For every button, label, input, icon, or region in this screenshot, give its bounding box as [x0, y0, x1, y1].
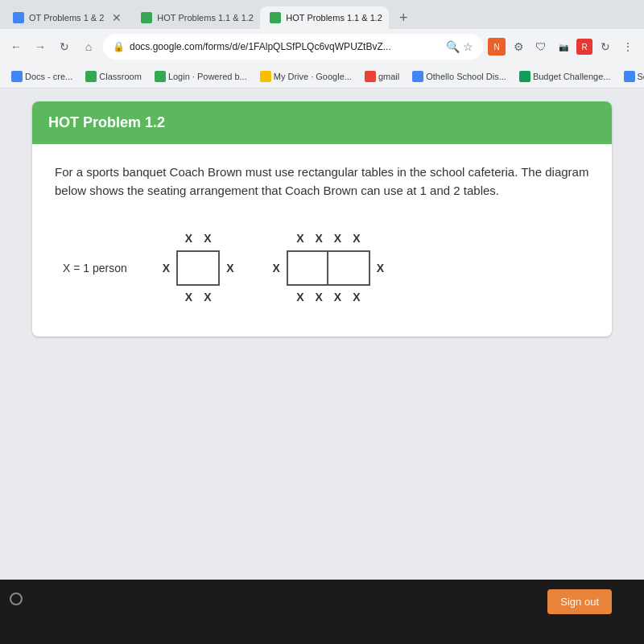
tables-container: X X X X X X	[159, 227, 387, 309]
bookmark-docs-label: Docs - cre...	[25, 72, 72, 81]
form-header: HOT Problem 1.2	[32, 101, 612, 144]
diagram-area: X = 1 person X X X X	[55, 219, 589, 317]
table-2-mid-row: X X	[269, 250, 387, 286]
form-body: For a sports banquet Coach Brown must us…	[32, 144, 612, 336]
table-1-bottom-x-1: X	[185, 289, 192, 306]
tab-1-close[interactable]: ✕	[112, 11, 122, 24]
sign-out-button[interactable]: Sign out	[547, 589, 612, 614]
bookmark-gmail-icon	[365, 71, 376, 82]
table-1-mid-row: X X	[159, 250, 237, 286]
forward-button[interactable]: →	[31, 37, 50, 56]
tab-bar: OT Problems 1 & 2 ✕ HOT Problems 1.1 & 1…	[0, 0, 644, 29]
bookmark-othello[interactable]: Othello School Dis...	[407, 68, 511, 85]
table-2-cell-2	[328, 252, 369, 284]
bottom-area: Sign out	[0, 580, 644, 644]
browser-chrome: OT Problems 1 & 2 ✕ HOT Problems 1.1 & 1…	[0, 0, 644, 89]
bookmark-othello-icon	[412, 71, 423, 82]
url-actions: 🔍 ☆	[446, 40, 473, 53]
bookmark-gmail-label: gmail	[378, 72, 399, 81]
reload-button[interactable]: ↻	[55, 37, 74, 56]
tab-3[interactable]: HOT Problems 1.1 & 1.2 ✕	[260, 6, 389, 29]
table-1-diagram: X X X X X X	[159, 227, 237, 309]
tab-1-label: OT Problems 1 & 2	[29, 13, 104, 23]
table-1-top-x-1: X	[185, 230, 192, 247]
form-title: HOT Problem 1.2	[48, 114, 596, 131]
bookmark-othello-label: Othello School Dis...	[426, 72, 506, 81]
page-content: HOT Problem 1.2 For a sports banquet Coa…	[0, 89, 644, 580]
bookmark-classroom-icon	[85, 71, 97, 82]
form-question-text: For a sports banquet Coach Brown must us…	[55, 163, 589, 200]
new-tab-button[interactable]: +	[392, 6, 415, 29]
extension-icon-4[interactable]: 📷	[554, 37, 573, 56]
bookmarks-bar: Docs - cre... Classroom Login · Powered …	[0, 64, 644, 89]
bookmark-drive-label: My Drive · Google...	[274, 72, 352, 81]
extension-icon-1[interactable]: N	[488, 38, 506, 56]
bookmark-classroom-label: Classroom	[99, 72, 142, 81]
table-2-left-x: X	[269, 260, 283, 277]
bookmark-souza-icon	[624, 71, 635, 82]
table-1-top-xs: X X	[185, 227, 212, 250]
bookmark-docs[interactable]: Docs - cre...	[6, 68, 77, 85]
bookmark-login[interactable]: Login · Powered b...	[150, 68, 252, 85]
radio-option[interactable]	[10, 592, 23, 605]
extension-icon-3[interactable]: 🛡	[531, 37, 551, 56]
bookmark-drive-icon	[260, 71, 271, 82]
extension-icon-2[interactable]: ⚙	[509, 37, 528, 56]
table-1-left-x: X	[159, 260, 173, 277]
table-2-top-x-2: X	[315, 230, 322, 247]
table-1-cell-1	[178, 252, 218, 284]
table-1-top-x-2: X	[204, 230, 211, 247]
tab-2-label: HOT Problems 1.1 & 1.2	[157, 13, 254, 23]
bookmark-budget-icon	[519, 71, 530, 82]
tab-1-icon	[13, 12, 24, 23]
browser-actions: N ⚙ 🛡 📷 R ↻ ⋮	[488, 37, 638, 56]
bookmark-budget[interactable]: Budget Challenge...	[514, 68, 616, 85]
table-1-bottom-xs: X X	[185, 286, 212, 309]
extension-icon-5[interactable]: R	[576, 39, 592, 55]
lock-icon: 🔒	[113, 41, 125, 52]
bookmark-gmail[interactable]: gmail	[360, 68, 404, 85]
table-2-box	[287, 250, 370, 286]
table-2-bottom-x-3: X	[334, 289, 341, 306]
table-2-diagram: X X X X X X	[269, 227, 387, 309]
search-icon[interactable]: 🔍	[446, 40, 460, 53]
bookmark-budget-label: Budget Challenge...	[533, 72, 611, 81]
tab-3-label: HOT Problems 1.1 & 1.2	[286, 13, 382, 23]
table-2-bottom-xs: X X X X	[296, 286, 360, 309]
bookmark-login-icon	[155, 71, 166, 82]
bookmark-souza[interactable]: Souza Weekly Age...	[619, 68, 644, 85]
bookmark-drive[interactable]: My Drive · Google...	[255, 68, 357, 85]
tab-3-icon	[270, 12, 281, 23]
table-1-right-x: X	[223, 260, 237, 277]
star-icon[interactable]: ☆	[463, 40, 473, 53]
bookmark-docs-icon	[11, 71, 23, 82]
bookmark-classroom[interactable]: Classroom	[80, 68, 147, 85]
home-button[interactable]: ⌂	[79, 37, 98, 56]
table-2-top-x-1: X	[296, 230, 303, 247]
extension-icon-6[interactable]: ↻	[596, 37, 615, 56]
table-2-top-x-4: X	[353, 230, 360, 247]
bookmark-login-label: Login · Powered b...	[168, 72, 247, 81]
tab-2[interactable]: HOT Problems 1.1 & 1.2 ✕	[131, 6, 260, 29]
diagram-legend: X = 1 person	[63, 260, 127, 277]
tab-1[interactable]: OT Problems 1 & 2 ✕	[3, 6, 131, 29]
bookmark-souza-label: Souza Weekly Age...	[638, 72, 644, 81]
table-1-bottom-x-2: X	[204, 289, 211, 306]
menu-icon[interactable]: ⋮	[618, 37, 638, 56]
table-2-bottom-x-2: X	[315, 289, 322, 306]
form-card: HOT Problem 1.2 For a sports banquet Coa…	[32, 101, 612, 336]
table-2-right-x: X	[374, 260, 387, 277]
table-2-cell-1	[288, 252, 328, 284]
url-bar[interactable]: 🔒 docs.google.com/forms/d/e/1FAlpQLSfPLQ…	[103, 34, 483, 60]
table-2-top-xs: X X X X	[296, 227, 360, 250]
table-2-bottom-x-4: X	[353, 289, 360, 306]
table-2-bottom-x-1: X	[296, 289, 303, 306]
tab-2-icon	[141, 12, 152, 23]
url-text: docs.google.com/forms/d/e/1FAlpQLSfPLQc6…	[130, 41, 441, 52]
address-bar: ← → ↻ ⌂ 🔒 docs.google.com/forms/d/e/1FAl…	[0, 29, 644, 64]
back-button[interactable]: ←	[6, 37, 26, 56]
table-2-top-x-3: X	[334, 230, 341, 247]
table-1-box	[176, 250, 220, 286]
